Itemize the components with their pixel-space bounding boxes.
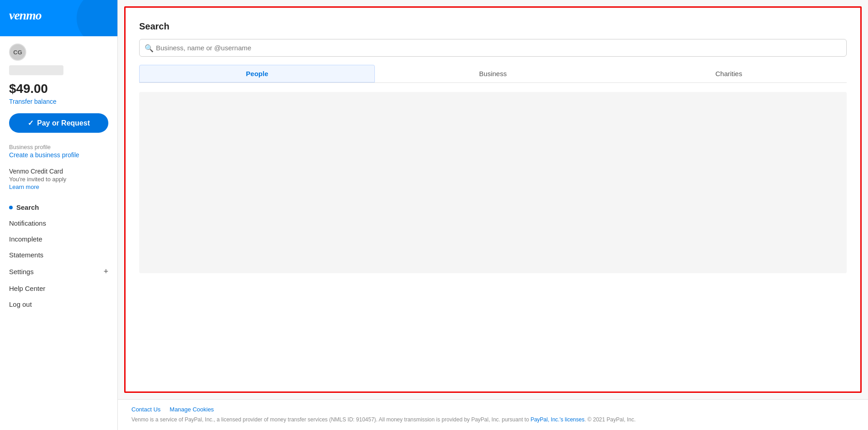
main-content: Search 🔍 People Business Charities (118, 0, 868, 430)
manage-cookies-link[interactable]: Manage Cookies (170, 406, 214, 413)
contact-us-link[interactable]: Contact Us (131, 406, 160, 413)
sidebar-nav: Search Notifications Incomplete Statemen… (9, 199, 108, 312)
footer: Contact Us Manage Cookies Venmo is a ser… (118, 399, 868, 430)
search-tabs: People Business Charities (139, 65, 847, 83)
sidebar-item-incomplete[interactable]: Incomplete (9, 231, 108, 247)
business-profile-section: Business profile Create a business profi… (9, 144, 108, 159)
name-placeholder (9, 65, 63, 75)
footer-links: Contact Us Manage Cookies (131, 406, 854, 413)
tab-people[interactable]: People (139, 65, 375, 82)
sidebar-item-help-center[interactable]: Help Center (9, 280, 108, 296)
sidebar-item-statements[interactable]: Statements (9, 247, 108, 263)
sidebar-item-settings-label: Settings (9, 268, 34, 275)
pay-request-button[interactable]: ✓ Pay or Request (9, 113, 108, 133)
search-input[interactable] (139, 39, 847, 57)
sidebar-item-log-out-label: Log out (9, 300, 32, 308)
search-icon: 🔍 (145, 43, 154, 52)
credit-card-section: Venmo Credit Card You're invited to appl… (9, 168, 108, 190)
sidebar-item-help-center-label: Help Center (9, 285, 45, 292)
sidebar-item-settings[interactable]: Settings + (9, 263, 108, 280)
search-results-area (139, 92, 847, 273)
create-business-profile-link[interactable]: Create a business profile (9, 151, 108, 159)
footer-disclaimer-text: Venmo is a service of PayPal, Inc., a li… (131, 416, 530, 423)
credit-card-subtitle: You're invited to apply (9, 176, 108, 183)
credit-card-title: Venmo Credit Card (9, 168, 108, 175)
transfer-balance-link[interactable]: Transfer balance (9, 98, 108, 105)
avatar: CG (9, 43, 26, 61)
footer-disclaimer: Venmo is a service of PayPal, Inc., a li… (131, 416, 854, 424)
venmo-logo: venmo (9, 8, 108, 23)
sidebar-item-log-out[interactable]: Log out (9, 296, 108, 312)
footer-paypal-license-link[interactable]: PayPal, Inc.'s licenses (530, 416, 584, 423)
sidebar-item-incomplete-label: Incomplete (9, 235, 42, 243)
search-title: Search (139, 21, 847, 32)
sidebar-item-search-label: Search (16, 203, 39, 211)
sidebar-item-notifications[interactable]: Notifications (9, 215, 108, 231)
sidebar-item-notifications-label: Notifications (9, 219, 46, 227)
balance-amount: $49.00 (9, 82, 108, 96)
business-profile-label: Business profile (9, 144, 108, 150)
footer-disclaimer-end: . © 2021 PayPal, Inc. (584, 416, 635, 423)
settings-expand-icon: + (103, 267, 108, 276)
sidebar-item-statements-label: Statements (9, 251, 44, 259)
tab-charities[interactable]: Charities (611, 65, 847, 82)
sidebar-body: CG $49.00 Transfer balance ✓ Pay or Requ… (0, 36, 117, 319)
tab-business[interactable]: Business (375, 65, 611, 82)
pay-request-label: Pay or Request (37, 119, 90, 127)
sidebar-item-search[interactable]: Search (9, 199, 108, 215)
credit-card-learn-more-link[interactable]: Learn more (9, 184, 108, 190)
search-panel: Search 🔍 People Business Charities (124, 6, 862, 393)
sidebar: venmo CG $49.00 Transfer balance ✓ Pay o… (0, 0, 118, 430)
venmo-v-icon: ✓ (28, 119, 34, 127)
search-input-wrapper: 🔍 (139, 39, 847, 57)
sidebar-header: venmo (0, 0, 117, 36)
